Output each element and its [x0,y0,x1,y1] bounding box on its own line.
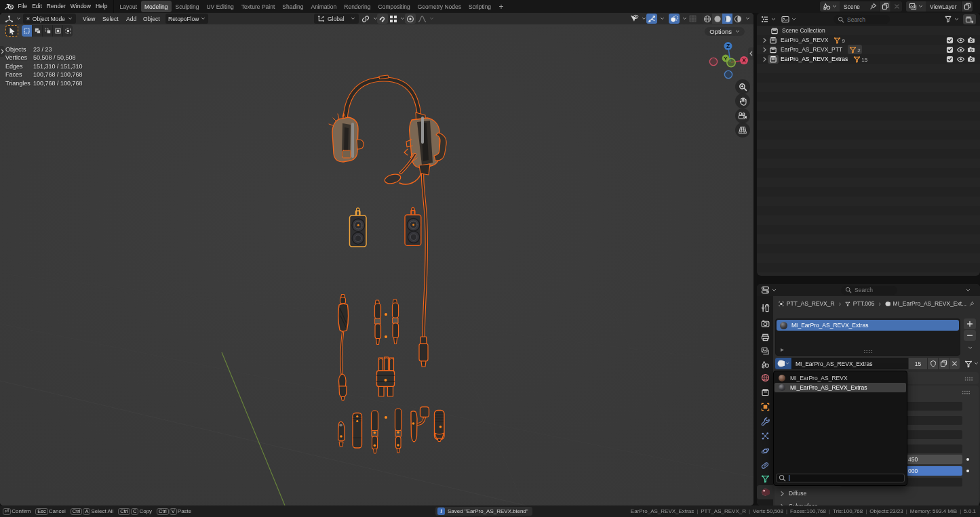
material-slot-active[interactable]: MI_EarPro_AS_REVX_Extras [777,320,959,331]
tab-collection[interactable] [757,386,773,398]
headset-left-earcup[interactable] [329,113,364,162]
menu-window[interactable]: Window [68,0,93,13]
pan-button[interactable] [735,94,750,108]
outliner-row-scene-collection[interactable]: Scene Collection [757,26,980,35]
slot-specials-button[interactable] [964,342,976,353]
cable-inline-control[interactable] [338,295,349,401]
workspace-tab-layout[interactable]: Layout [116,1,141,12]
hide-eye-icon[interactable] [956,37,965,44]
keyframe-dot[interactable] [966,470,969,472]
workspace-tab-animation[interactable]: Animation [307,1,340,12]
camera-visibility-icon[interactable] [967,37,975,43]
disclosure-icon[interactable] [762,47,767,53]
panel-grip[interactable] [964,377,973,381]
menu-object[interactable]: Object [138,16,165,22]
dropdown-item-1[interactable]: MI_EarPro_AS_REVX [775,373,906,383]
disclosure-icon[interactable] [762,56,767,62]
workspace-tab-sculpting[interactable]: Sculpting [172,1,203,12]
add-workspace-button[interactable]: + [495,2,508,12]
zoom-button[interactable] [735,79,750,94]
tab-object-data[interactable] [757,472,773,485]
outliner-row-collection-2[interactable]: EarPro_AS_REVX_PTT 2 [757,45,980,54]
view-layer-new-button[interactable] [961,1,973,12]
menu-select[interactable]: Select [97,16,124,22]
select-mode-invert-button[interactable] [52,25,62,37]
workspace-tab-geometry-nodes[interactable]: Geometry Nodes [414,1,465,12]
show-object-types-button[interactable] [629,14,646,23]
connector-inline-a[interactable] [372,411,378,453]
view-layer-name[interactable]: ViewLayer [926,3,961,10]
ptt-box-left[interactable] [350,208,367,247]
unlink-material-button[interactable] [949,358,960,369]
show-overlays-button[interactable] [669,14,680,24]
tab-tool[interactable] [757,302,773,314]
breadcrumb-mesh[interactable]: PTT.005 [853,300,875,307]
hide-eye-icon[interactable] [956,56,965,63]
properties-editor-type-button[interactable] [761,286,777,294]
camera-view-button[interactable] [735,108,750,123]
status-message[interactable]: i Saved "EarPro_AS_REVX.blend" [435,507,532,516]
checkbox-icon[interactable] [946,37,954,44]
new-material-button[interactable] [938,358,949,369]
shading-wireframe-button[interactable] [702,14,712,24]
cable-connectors-middle[interactable] [375,299,399,345]
pin-icon[interactable] [869,3,877,10]
menu-edit[interactable]: Edit [30,0,45,13]
tab-render[interactable] [757,317,773,330]
material-name-field[interactable]: MI_EarPro_AS_REVX_Extras [791,358,908,369]
toggle-perspective-button[interactable] [735,123,750,138]
checkbox-icon[interactable] [946,56,954,63]
tab-particles[interactable] [757,430,773,442]
gizmo-center[interactable] [727,58,735,66]
show-gizmo-button[interactable] [646,14,657,24]
workspace-tab-compositing[interactable]: Compositing [374,1,414,12]
connector-inline-b[interactable] [395,409,402,453]
disclosure-icon[interactable] [762,37,767,43]
browse-material-button[interactable] [775,358,791,369]
scene-new-button[interactable] [879,1,890,12]
scene-browse-button[interactable] [820,1,840,12]
tab-world[interactable] [757,371,773,384]
material-users-button[interactable]: 15 [908,358,927,369]
workspace-tab-modeling[interactable]: Modeling [141,1,172,12]
sidebar-collapse-tab[interactable] [748,47,753,60]
outliner-filter-mode-button[interactable] [781,16,796,23]
snap-target-button[interactable] [361,14,378,23]
connector-large-cylinder[interactable] [353,413,362,449]
panel-grip[interactable] [962,390,971,394]
outliner-row-collection-1[interactable]: EarPro_AS_REVX 9 [757,35,980,45]
tab-physics[interactable] [757,444,773,457]
tab-view-layer[interactable] [757,344,773,357]
menu-retopoflow[interactable]: RetopoFlow [165,14,208,24]
gizmo-axis-z-neg[interactable] [724,70,732,78]
chevron-down-icon[interactable] [966,289,971,292]
workspace-tab-scripting[interactable]: Scripting [465,1,495,12]
tab-output[interactable] [757,331,773,344]
breadcrumb-material[interactable]: MI_EarPro_AS_REVX_Ext... [893,300,967,307]
workspace-tab-shading[interactable]: Shading [279,1,307,12]
tab-object[interactable] [757,400,773,413]
select-mode-subtract-button[interactable] [42,25,52,37]
viewport-3d[interactable]: Object Mode View Select Add Object Retop… [0,13,753,505]
outliner-search-field[interactable]: Search [834,15,890,24]
mode-selector[interactable]: Object Mode [23,14,76,24]
transform-orientation-selector[interactable]: Global [314,14,359,24]
toggle-xray-button[interactable] [688,14,697,23]
connector-small-plug[interactable] [338,421,345,447]
active-tool-select-box-button[interactable] [5,25,18,37]
hook-connector[interactable] [411,407,429,442]
properties-search-field[interactable]: Search [841,286,897,295]
checkbox-icon[interactable] [946,46,954,54]
pin-icon[interactable] [969,300,975,308]
navigation-gizmo[interactable]: Y Z X [704,40,753,82]
menu-help[interactable]: Help [93,0,109,13]
tab-material[interactable] [757,485,773,499]
options-dropdown[interactable]: Options [705,27,745,36]
keyframe-dot[interactable] [966,458,969,461]
resize-grip[interactable] [863,350,873,353]
menu-render[interactable]: Render [44,0,68,13]
select-mode-set-button[interactable] [22,25,32,37]
proportional-editing-button[interactable] [405,14,416,24]
diffuse-panel-header[interactable]: Diffuse [775,487,979,499]
scene-delete-button[interactable] [890,1,902,12]
